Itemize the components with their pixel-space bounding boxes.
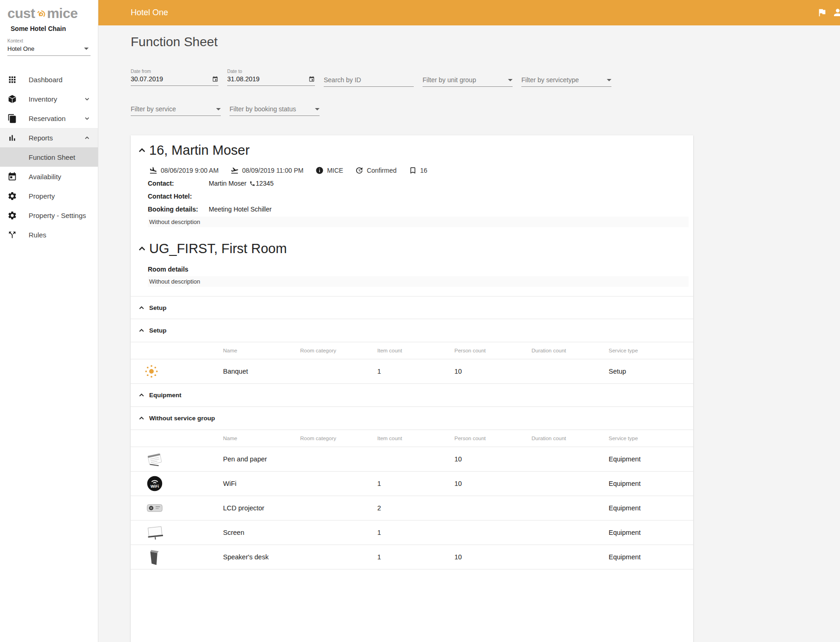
phone-icon <box>249 181 255 187</box>
item-thumbnail-cell: WiFi <box>131 474 223 493</box>
column-header-person-count: Person count <box>454 436 532 441</box>
chevron-down-icon[interactable] <box>84 96 91 103</box>
chevron-down-icon[interactable] <box>84 115 91 122</box>
calendar-icon[interactable] <box>212 76 218 83</box>
sun-icon <box>145 365 158 378</box>
unit-group-filter: Filter by unit group <box>423 69 513 87</box>
booking-status-select[interactable]: Filter by booking status <box>230 105 320 116</box>
item-thumbnail-cell <box>131 523 223 542</box>
cell-service-type: Equipment <box>609 455 693 463</box>
main-area: Hotel One Function Sheet Date from Date … <box>98 0 840 642</box>
info-icon <box>315 166 324 175</box>
collapse-group-icon[interactable] <box>138 304 145 312</box>
sidebar: cust mice Some Hotel Chain Kontext Hotel… <box>0 0 98 642</box>
cell-name: Screen <box>223 529 300 536</box>
sidebar-item-availability[interactable]: Availability <box>0 167 98 186</box>
lcd-projector-image <box>145 498 164 518</box>
function-sheet-card: 16, Martin Moser 08/06/2019 9:00 AM 08/0… <box>131 135 693 642</box>
departure-meta: 08/09/2019 11:00 PM <box>230 166 303 175</box>
flight-takeoff-icon <box>230 166 239 175</box>
sidebar-item-property[interactable]: Property <box>0 186 98 206</box>
chevron-up-icon[interactable] <box>84 134 91 141</box>
date-to-label: Date to <box>227 69 315 74</box>
speakers-desk-image <box>145 547 164 567</box>
sidebar-item-label: Inventory <box>29 95 57 103</box>
search-input-wrap[interactable] <box>324 76 414 87</box>
servicetype-select[interactable]: Filter by servicetype <box>521 76 611 87</box>
cell-person-count: 10 <box>454 368 532 375</box>
booking-number-meta: 16 <box>409 166 428 175</box>
reservation-stack-icon <box>7 114 17 123</box>
collapse-group-icon[interactable] <box>138 327 145 334</box>
sidebar-item-label: Availability <box>29 173 61 181</box>
cell-item-count: 1 <box>377 553 454 561</box>
group-without-service-group[interactable]: Without service group <box>131 407 693 430</box>
bar-chart-icon <box>7 133 17 143</box>
sidebar-item-reservation[interactable]: Reservation <box>0 109 98 128</box>
gear-icon <box>7 211 17 220</box>
service-select[interactable]: Filter by service <box>131 105 221 116</box>
sidebar-item-rules[interactable]: Rules <box>0 225 98 244</box>
collapse-booking-icon[interactable] <box>137 145 147 156</box>
sidebar-item-dashboard[interactable]: Dashboard <box>0 70 98 89</box>
group-label: Without service group <box>149 415 215 422</box>
booking-status-placeholder: Filter by booking status <box>230 105 296 113</box>
cell-name: LCD projector <box>223 504 300 512</box>
context-label: Kontext <box>7 38 91 43</box>
topbar-title: Hotel One <box>131 8 168 18</box>
column-header-item-count: Item count <box>377 348 454 353</box>
table-row: Banquet 1 10 Setup <box>131 359 693 384</box>
group-label: Setup <box>149 304 167 311</box>
item-thumbnail-cell <box>131 498 223 518</box>
sidebar-item-inventory[interactable]: Inventory <box>0 89 98 109</box>
flag-icon[interactable] <box>817 7 827 18</box>
sidebar-item-property-settings[interactable]: Property - Settings <box>0 206 98 225</box>
pen-and-paper-image <box>145 449 164 469</box>
item-thumbnail-cell <box>131 449 223 469</box>
cell-service-type: Equipment <box>609 529 693 536</box>
chevron-down-icon <box>84 48 89 50</box>
cell-person-count: 10 <box>454 480 532 487</box>
equipment-table-header: Name Room category Item count Person cou… <box>131 430 693 447</box>
context-select[interactable]: Hotel One <box>7 43 91 56</box>
group-setup-inner[interactable]: Setup <box>131 319 693 342</box>
group-setup-outer[interactable]: Setup <box>131 296 693 319</box>
calendar-icon[interactable] <box>308 76 315 83</box>
hotel-chain-name: Some Hotel Chain <box>0 21 98 32</box>
column-header-name: Name <box>223 436 300 441</box>
calendar-icon <box>7 172 17 182</box>
item-thumbnail-cell <box>131 365 223 378</box>
collapse-group-icon[interactable] <box>138 414 145 422</box>
servicetype-filter: Filter by servicetype <box>521 69 611 87</box>
segment-label: MICE <box>327 167 343 174</box>
column-header-person-count: Person count <box>454 348 532 353</box>
booking-meta-row: 08/06/2019 9:00 AM 08/09/2019 11:00 PM M… <box>149 166 693 175</box>
contact-phone: 12345 <box>256 180 274 188</box>
group-equipment[interactable]: Equipment <box>131 384 693 407</box>
booking-description: Without description <box>148 217 689 227</box>
date-from-value[interactable] <box>131 75 212 83</box>
table-row: LCD projector 2 Equipment <box>131 496 693 521</box>
collapse-group-icon[interactable] <box>138 391 145 399</box>
search-input[interactable] <box>324 76 414 84</box>
sidebar-item-reports[interactable]: Reports <box>0 128 98 147</box>
date-to-value[interactable] <box>227 75 308 83</box>
contact-name: Martin Moser <box>209 180 247 188</box>
update-status-icon <box>355 166 363 175</box>
unit-group-select[interactable]: Filter by unit group <box>423 76 513 87</box>
flight-land-icon <box>149 166 157 175</box>
sidebar-item-function-sheet[interactable]: Function Sheet <box>0 147 98 167</box>
room-details-label: Room details <box>148 266 693 273</box>
contact-row: Contact: Martin Moser 12345 <box>148 180 693 188</box>
context-select-value: Hotel One <box>7 45 35 52</box>
person-icon[interactable] <box>832 7 840 18</box>
table-row: WiFi WiFi 1 10 Equipment <box>131 472 693 496</box>
app-root: cust mice Some Hotel Chain Kontext Hotel… <box>0 0 840 642</box>
collapse-room-icon[interactable] <box>137 243 147 254</box>
date-to-input[interactable] <box>227 75 315 86</box>
page-title: Function Sheet <box>131 35 840 49</box>
date-from-input[interactable] <box>131 75 218 86</box>
booking-number: 16 <box>420 167 428 174</box>
chevron-down-icon <box>315 108 320 110</box>
status-label: Confirmed <box>367 167 397 174</box>
